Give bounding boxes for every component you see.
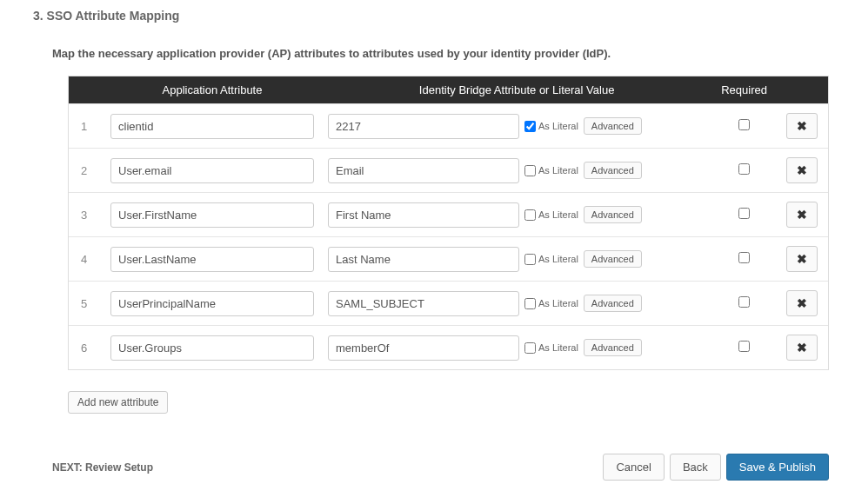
app-attribute-input[interactable] bbox=[110, 335, 314, 361]
section-description: Map the necessary application provider (… bbox=[52, 47, 829, 60]
as-literal-checkbox[interactable] bbox=[524, 298, 536, 309]
as-literal-checkbox[interactable] bbox=[524, 342, 536, 354]
section-title: 3. SSO Attribute Mapping bbox=[33, 9, 829, 23]
row-number: 2 bbox=[69, 149, 104, 193]
idp-attribute-input[interactable] bbox=[328, 202, 519, 228]
idp-attribute-input[interactable] bbox=[328, 291, 519, 316]
idp-attribute-input[interactable] bbox=[328, 158, 519, 183]
app-attribute-input[interactable] bbox=[110, 158, 314, 183]
required-checkbox[interactable] bbox=[738, 252, 750, 263]
header-idp-attribute: Identity Bridge Attribute or Literal Val… bbox=[321, 76, 712, 104]
advanced-button[interactable]: Advanced bbox=[584, 295, 642, 312]
app-attribute-input[interactable] bbox=[110, 247, 314, 272]
advanced-button[interactable]: Advanced bbox=[584, 162, 642, 179]
table-row: 2As LiteralAdvanced✖ bbox=[69, 149, 828, 193]
add-new-attribute-button[interactable]: Add new attribute bbox=[68, 391, 168, 414]
as-literal-checkbox[interactable] bbox=[524, 165, 536, 176]
row-number: 3 bbox=[69, 193, 104, 237]
table-row: 1As LiteralAdvanced✖ bbox=[69, 104, 828, 149]
back-button[interactable]: Back bbox=[670, 454, 721, 481]
as-literal-checkbox[interactable] bbox=[524, 209, 536, 221]
row-number: 5 bbox=[69, 282, 104, 326]
as-literal-label: As Literal bbox=[538, 254, 578, 264]
row-number: 4 bbox=[69, 237, 104, 282]
section-title-text: SSO Attribute Mapping bbox=[47, 9, 180, 23]
app-attribute-input[interactable] bbox=[110, 114, 314, 139]
next-step-label: NEXT: Review Setup bbox=[52, 461, 153, 474]
required-checkbox[interactable] bbox=[738, 163, 750, 175]
cancel-button[interactable]: Cancel bbox=[603, 454, 664, 481]
table-row: 4As LiteralAdvanced✖ bbox=[69, 237, 828, 282]
close-icon: ✖ bbox=[797, 296, 807, 310]
app-attribute-input[interactable] bbox=[110, 291, 314, 316]
delete-row-button[interactable]: ✖ bbox=[786, 157, 818, 183]
close-icon: ✖ bbox=[797, 119, 807, 133]
as-literal-label: As Literal bbox=[538, 209, 578, 220]
attribute-mapping-table: Application Attribute Identity Bridge At… bbox=[68, 76, 829, 370]
delete-row-button[interactable]: ✖ bbox=[786, 113, 818, 139]
required-checkbox[interactable] bbox=[738, 296, 750, 308]
table-row: 6As LiteralAdvanced✖ bbox=[69, 326, 828, 370]
row-number: 1 bbox=[69, 104, 104, 149]
delete-row-button[interactable]: ✖ bbox=[786, 246, 818, 272]
as-literal-label: As Literal bbox=[538, 298, 578, 308]
close-icon: ✖ bbox=[797, 208, 807, 222]
idp-attribute-input[interactable] bbox=[328, 114, 519, 139]
header-required: Required bbox=[712, 76, 776, 104]
section-number: 3. bbox=[33, 9, 43, 23]
advanced-button[interactable]: Advanced bbox=[584, 339, 642, 356]
close-icon: ✖ bbox=[797, 252, 807, 266]
header-app-attribute: Application Attribute bbox=[104, 76, 321, 104]
as-literal-label: As Literal bbox=[538, 342, 578, 353]
idp-attribute-input[interactable] bbox=[328, 335, 519, 361]
advanced-button[interactable]: Advanced bbox=[584, 250, 642, 268]
header-delete bbox=[776, 76, 828, 104]
advanced-button[interactable]: Advanced bbox=[584, 117, 642, 135]
table-row: 3As LiteralAdvanced✖ bbox=[69, 193, 828, 237]
app-attribute-input[interactable] bbox=[110, 202, 314, 228]
required-checkbox[interactable] bbox=[738, 341, 750, 352]
as-literal-label: As Literal bbox=[538, 121, 578, 131]
close-icon: ✖ bbox=[797, 341, 807, 355]
as-literal-checkbox[interactable] bbox=[524, 121, 536, 132]
as-literal-checkbox[interactable] bbox=[524, 254, 536, 265]
delete-row-button[interactable]: ✖ bbox=[786, 335, 818, 361]
delete-row-button[interactable]: ✖ bbox=[786, 290, 818, 316]
close-icon: ✖ bbox=[797, 163, 807, 177]
required-checkbox[interactable] bbox=[738, 119, 750, 130]
advanced-button[interactable]: Advanced bbox=[584, 206, 642, 223]
table-row: 5As LiteralAdvanced✖ bbox=[69, 282, 828, 326]
header-number bbox=[69, 76, 104, 104]
save-publish-button[interactable]: Save & Publish bbox=[726, 454, 829, 481]
delete-row-button[interactable]: ✖ bbox=[786, 202, 818, 228]
idp-attribute-input[interactable] bbox=[328, 247, 519, 272]
row-number: 6 bbox=[69, 326, 104, 370]
as-literal-label: As Literal bbox=[538, 165, 578, 176]
required-checkbox[interactable] bbox=[738, 208, 750, 219]
